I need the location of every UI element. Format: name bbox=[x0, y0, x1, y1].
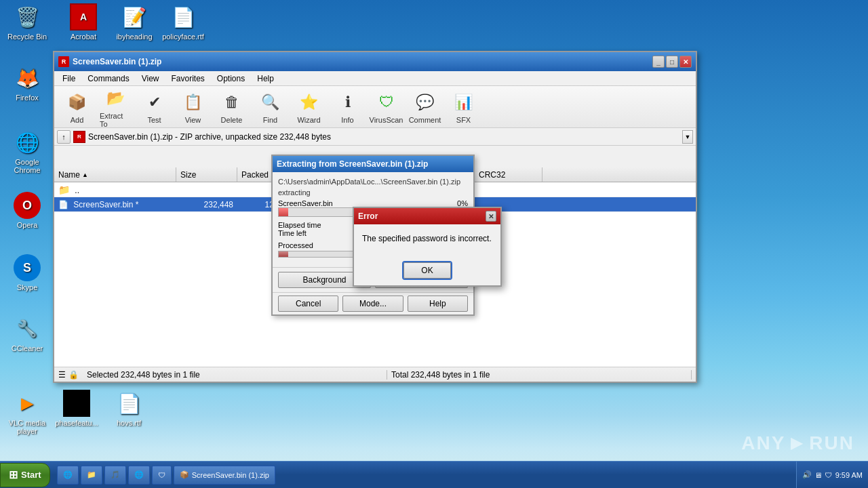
start-button[interactable]: ⊞ Start bbox=[0, 463, 50, 487]
file-size-screensaver: 232,448 bbox=[176, 199, 237, 211]
minimize-button[interactable]: _ bbox=[652, 56, 665, 68]
chrome-label: Google Chrome bbox=[3, 158, 51, 174]
toolbar-comment[interactable]: 💬 Comment bbox=[406, 87, 443, 127]
mode-button[interactable]: Mode... bbox=[342, 296, 403, 312]
toolbar-delete[interactable]: 🗑 Delete bbox=[213, 87, 250, 127]
menu-commands[interactable]: Commands bbox=[82, 73, 134, 85]
error-message: The specified password is incorrect. bbox=[362, 234, 492, 243]
taskbar-winrar-item[interactable]: 📦 ScreenSaver.bin (1).zip bbox=[174, 466, 275, 485]
desktop-icon-opera[interactable]: O Opera bbox=[3, 192, 51, 229]
info-icon: ℹ bbox=[336, 90, 360, 115]
taskbar-antivirus-icon[interactable]: 🛡 bbox=[152, 466, 172, 485]
wizard-label: Wizard bbox=[297, 116, 320, 124]
desktop-icon-firefox[interactable]: 🦊 Firefox bbox=[3, 64, 51, 102]
file-crc-parent bbox=[475, 188, 542, 191]
processed-fill bbox=[279, 251, 288, 257]
file-name-parent: 📁 .. bbox=[54, 183, 176, 197]
extract-to-label: Extract To bbox=[100, 112, 132, 128]
desktop-icon-chrome[interactable]: 🌐 Google Chrome bbox=[3, 129, 51, 174]
taskbar-folder-icon[interactable]: 📁 bbox=[81, 466, 102, 485]
firefox-icon: 🦊 bbox=[14, 64, 41, 92]
menu-file[interactable]: File bbox=[57, 73, 81, 85]
col-crc-header[interactable]: CRC32 bbox=[475, 167, 542, 182]
desktop-icon-recycle-bin[interactable]: 🗑️ Recycle Bin bbox=[3, 3, 51, 41]
vlc-label: VLC media player bbox=[3, 419, 51, 435]
error-dialog: Error ✕ The specified password is incorr… bbox=[353, 207, 502, 287]
desktop-icon-hovs[interactable]: 📄 hovs.rtf bbox=[105, 390, 153, 427]
find-icon: 🔍 bbox=[258, 90, 283, 115]
address-dropdown-button[interactable]: ▼ bbox=[682, 130, 693, 144]
menu-view[interactable]: View bbox=[136, 73, 165, 85]
add-icon: 📦 bbox=[65, 90, 90, 115]
desktop-icon-ccleaner[interactable]: 🔧 CCleaner bbox=[3, 315, 51, 352]
volume-icon[interactable]: 🔊 bbox=[802, 470, 812, 479]
desktop-icon-acrobat[interactable]: A Acrobat bbox=[60, 3, 107, 41]
toolbar-virusscan[interactable]: 🛡 VirusScan bbox=[368, 87, 405, 127]
anyrun-play-icon: ▶ bbox=[791, 434, 804, 452]
extract-path: C:\Users\admin\AppData\Loc...\ScreenSave… bbox=[278, 178, 468, 186]
ibyheading-icon: 📝 bbox=[121, 3, 148, 30]
toolbar: 📦 Add 📂 Extract To ✔ Test 📋 View 🗑 Delet… bbox=[54, 86, 696, 128]
desktop-icon-policydoc[interactable]: 📄 policyface.rtf bbox=[159, 3, 207, 41]
toolbar-test[interactable]: ✔ Test bbox=[136, 87, 173, 127]
comment-label: Comment bbox=[409, 116, 441, 124]
menu-favorites[interactable]: Favorites bbox=[166, 73, 210, 85]
col-name-header[interactable]: Name ▲ bbox=[54, 167, 176, 182]
wizard-icon: ⭐ bbox=[297, 90, 321, 115]
skype-label: Skype bbox=[17, 283, 38, 291]
comment-icon: 💬 bbox=[413, 90, 437, 115]
restore-button[interactable]: □ bbox=[666, 56, 678, 68]
address-back-button[interactable]: ↑ bbox=[57, 130, 71, 144]
delete-icon: 🗑 bbox=[220, 90, 244, 115]
sfx-icon: 📊 bbox=[452, 90, 476, 115]
antivirus-icon: 🛡 bbox=[158, 471, 165, 479]
error-close-button[interactable]: ✕ bbox=[486, 211, 496, 222]
taskbar-winrar-icon: 📦 bbox=[180, 470, 189, 479]
help-button[interactable]: Help bbox=[408, 296, 468, 312]
add-label: Add bbox=[71, 116, 84, 124]
taskbar-chrome-icon[interactable]: 🌐 bbox=[128, 466, 150, 485]
toolbar-info[interactable]: ℹ Info bbox=[329, 87, 366, 127]
taskbar-ie-icon[interactable]: 🌐 bbox=[57, 466, 79, 485]
tray-icons: 🔊 🖥 🛡 bbox=[802, 470, 832, 479]
toolbar-wizard[interactable]: ⭐ Wizard bbox=[290, 87, 328, 127]
status-right: Total 232,448 bytes in 1 file bbox=[387, 370, 692, 380]
ok-button[interactable]: OK bbox=[403, 262, 451, 279]
toolbar-extract-to[interactable]: 📂 Extract To bbox=[97, 83, 134, 131]
window-controls: _ □ ✕ bbox=[652, 56, 692, 68]
anyrun-text: ANY bbox=[741, 432, 785, 454]
toolbar-view[interactable]: 📋 View bbox=[174, 87, 212, 127]
acrobat-icon: A bbox=[70, 3, 97, 30]
close-button[interactable]: ✕ bbox=[679, 56, 692, 68]
extract-dialog-title: Extracting from ScreenSaver.bin (1).zip bbox=[277, 159, 428, 169]
menu-help[interactable]: Help bbox=[252, 73, 279, 85]
desktop-icon-ibyheading[interactable]: 📝 ibyheading bbox=[111, 3, 158, 41]
winrar-title: ScreenSaver.bin (1).zip bbox=[73, 57, 161, 66]
network-icon[interactable]: 🖥 bbox=[814, 471, 822, 479]
error-content: The specified password is incorrect. bbox=[354, 224, 500, 258]
desktop-icon-phasefeature[interactable]: phasefeatu... bbox=[53, 390, 100, 427]
virusscan-icon: 🛡 bbox=[374, 90, 399, 115]
taskbar-media-icon[interactable]: 🎵 bbox=[104, 466, 126, 485]
col-size-header[interactable]: Size bbox=[176, 167, 237, 182]
desktop-icon-skype[interactable]: S Skype bbox=[3, 254, 51, 291]
winrar-titlebar[interactable]: R ScreenSaver.bin (1).zip _ □ ✕ bbox=[54, 52, 696, 71]
winrar-status-bar: ☰ 🔒 Selected 232,448 bytes in 1 file Tot… bbox=[54, 367, 696, 382]
extract-action: extracting bbox=[278, 188, 468, 197]
toolbar-find[interactable]: 🔍 Find bbox=[252, 87, 289, 127]
desktop-icon-vlc[interactable]: ▶ VLC media player bbox=[3, 390, 51, 435]
toolbar-add[interactable]: 📦 Add bbox=[58, 87, 96, 127]
toolbar-sfx[interactable]: 📊 SFX bbox=[445, 87, 482, 127]
phasefeature-icon bbox=[63, 390, 90, 417]
menu-options[interactable]: Options bbox=[212, 73, 250, 85]
shield-tray-icon[interactable]: 🛡 bbox=[825, 471, 832, 479]
file-name-screensaver: 📄 ScreenSaver.bin * bbox=[54, 199, 176, 211]
extract-to-icon: 📂 bbox=[104, 86, 128, 110]
status-left: Selected 232,448 bytes in 1 file bbox=[83, 370, 387, 380]
policydoc-label: policyface.rtf bbox=[162, 33, 204, 41]
acrobat-label: Acrobat bbox=[71, 33, 96, 41]
cancel-button[interactable]: Cancel bbox=[278, 296, 338, 312]
error-buttons: OK bbox=[354, 258, 500, 285]
test-label: Test bbox=[147, 116, 161, 124]
timing-labels: Elapsed time Time left bbox=[278, 221, 321, 237]
